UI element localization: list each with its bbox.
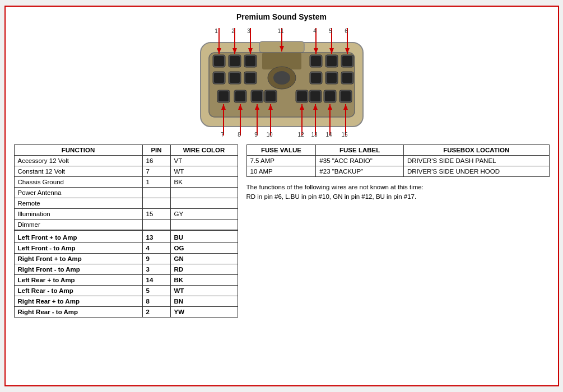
svg-text:11: 11 bbox=[277, 28, 284, 34]
col-color: WIRE COLOR bbox=[170, 145, 238, 156]
svg-text:10: 10 bbox=[266, 132, 273, 138]
cell-color: BU bbox=[170, 230, 238, 243]
cell-fuse-value: 7.5 AMP bbox=[246, 156, 316, 166]
svg-text:1: 1 bbox=[215, 28, 218, 34]
col-fuse-value: FUSE VALUE bbox=[246, 145, 316, 156]
main-container: Premium Sound System bbox=[4, 6, 559, 386]
cell-color: YW bbox=[170, 307, 238, 318]
svg-rect-39 bbox=[297, 91, 307, 101]
cell-function: Power Antenna bbox=[14, 188, 142, 198]
col-fusebox-location: FUSEBOX LOCATION bbox=[403, 145, 549, 156]
svg-rect-17 bbox=[214, 73, 224, 83]
svg-text:15: 15 bbox=[341, 132, 348, 138]
cell-color: WT bbox=[170, 286, 238, 296]
cell-function: Remote bbox=[14, 198, 142, 209]
table-row: Left Rear + to Amp 14 BK bbox=[14, 275, 238, 286]
svg-text:5: 5 bbox=[329, 28, 332, 34]
cell-pin: 7 bbox=[142, 166, 170, 177]
svg-rect-8 bbox=[245, 56, 255, 66]
svg-rect-45 bbox=[341, 91, 351, 101]
svg-rect-4 bbox=[214, 56, 224, 66]
content-area: FUNCTION PIN WIRE COLOR Accessory 12 Vol… bbox=[14, 144, 550, 318]
svg-rect-11 bbox=[311, 56, 321, 66]
svg-rect-37 bbox=[266, 91, 276, 101]
page-title: Premium Sound System bbox=[14, 12, 550, 21]
table-row: Left Front - to Amp 4 OG bbox=[14, 243, 238, 254]
cell-function: Right Front - to Amp bbox=[14, 264, 142, 275]
svg-rect-6 bbox=[230, 56, 240, 66]
svg-rect-27 bbox=[327, 73, 337, 83]
table-row: Chassis Ground 1 BK bbox=[14, 177, 238, 188]
svg-rect-13 bbox=[327, 56, 337, 66]
cell-pin: 8 bbox=[142, 296, 170, 307]
cell-color: GN bbox=[170, 254, 238, 264]
fuse-table-row: 7.5 AMP #35 "ACC RADIO" DRIVER'S SIDE DA… bbox=[246, 156, 549, 166]
svg-rect-35 bbox=[252, 91, 262, 101]
cell-pin: 5 bbox=[142, 286, 170, 296]
cell-pin bbox=[142, 188, 170, 198]
svg-rect-19 bbox=[230, 73, 240, 83]
svg-text:3: 3 bbox=[247, 28, 250, 34]
cell-color: GY bbox=[170, 209, 238, 220]
fuse-header-row: FUSE VALUE FUSE LABEL FUSEBOX LOCATION bbox=[246, 145, 549, 156]
svg-rect-43 bbox=[325, 91, 335, 101]
table-row: Right Rear - to Amp 2 YW bbox=[14, 307, 238, 318]
cell-function: Illumination bbox=[14, 209, 142, 220]
table-row: Power Antenna bbox=[14, 188, 238, 198]
main-wiring-table: FUNCTION PIN WIRE COLOR Accessory 12 Vol… bbox=[14, 144, 238, 318]
svg-text:8: 8 bbox=[238, 132, 241, 138]
svg-rect-33 bbox=[235, 91, 245, 101]
cell-pin bbox=[142, 198, 170, 209]
cell-fusebox-loc: DRIVER'S SIDE DASH PANEL bbox=[403, 156, 549, 166]
cell-color bbox=[170, 188, 238, 198]
cell-function: Right Rear + to Amp bbox=[14, 296, 142, 307]
cell-fuse-value: 10 AMP bbox=[246, 166, 316, 177]
cell-color: BN bbox=[170, 296, 238, 307]
cell-function: Accessory 12 Volt bbox=[14, 156, 142, 166]
cell-pin: 13 bbox=[142, 230, 170, 243]
cell-pin: 3 bbox=[142, 264, 170, 275]
cell-function: Left Front - to Amp bbox=[14, 243, 142, 254]
svg-rect-25 bbox=[311, 73, 321, 83]
cell-function: Chassis Ground bbox=[14, 177, 142, 188]
cell-color: OG bbox=[170, 243, 238, 254]
cell-fuse-label: #23 "BACKUP" bbox=[316, 166, 404, 177]
svg-text:14: 14 bbox=[325, 132, 332, 138]
svg-text:4: 4 bbox=[313, 28, 317, 34]
col-function: FUNCTION bbox=[14, 145, 142, 156]
table-row: Illumination 15 GY bbox=[14, 209, 238, 220]
cell-pin: 9 bbox=[142, 254, 170, 264]
cell-fusebox-loc: DRIVER'S SIDE UNDER HOOD bbox=[403, 166, 549, 177]
cell-pin bbox=[142, 220, 170, 231]
connector-diagram: 1 2 3 11 4 5 6 7 8 9 10 12 13 14 15 bbox=[14, 26, 550, 138]
svg-rect-41 bbox=[310, 91, 320, 101]
cell-color: BK bbox=[170, 275, 238, 286]
svg-rect-21 bbox=[245, 73, 255, 83]
cell-function: Right Front + to Amp bbox=[14, 254, 142, 264]
svg-rect-15 bbox=[342, 56, 352, 66]
cell-pin: 14 bbox=[142, 275, 170, 286]
fuse-table: FUSE VALUE FUSE LABEL FUSEBOX LOCATION 7… bbox=[246, 144, 550, 177]
table-row: Accessory 12 Volt 16 VT bbox=[14, 156, 238, 166]
wiring-table: FUNCTION PIN WIRE COLOR Accessory 12 Vol… bbox=[14, 144, 238, 318]
cell-function: Right Rear - to Amp bbox=[14, 307, 142, 318]
cell-color: BK bbox=[170, 177, 238, 188]
table-row: Dimmer bbox=[14, 220, 238, 231]
cell-color bbox=[170, 220, 238, 231]
note-text: The functions of the following wires are… bbox=[246, 183, 550, 202]
cell-function: Dimmer bbox=[14, 220, 142, 231]
right-area: FUSE VALUE FUSE LABEL FUSEBOX LOCATION 7… bbox=[246, 144, 550, 202]
table-row: Left Rear - to Amp 5 WT bbox=[14, 286, 238, 296]
cell-pin: 4 bbox=[142, 243, 170, 254]
svg-text:7: 7 bbox=[221, 132, 224, 138]
cell-fuse-label: #35 "ACC RADIO" bbox=[316, 156, 404, 166]
svg-rect-31 bbox=[218, 91, 229, 101]
svg-text:12: 12 bbox=[297, 132, 304, 138]
table-row: Remote bbox=[14, 198, 238, 209]
col-pin: PIN bbox=[142, 145, 170, 156]
table-row: Constant 12 Volt 7 WT bbox=[14, 166, 238, 177]
svg-rect-29 bbox=[342, 73, 352, 83]
cell-color: VT bbox=[170, 156, 238, 166]
fuse-table-row: 10 AMP #23 "BACKUP" DRIVER'S SIDE UNDER … bbox=[246, 166, 549, 177]
table-row: Right Rear + to Amp 8 BN bbox=[14, 296, 238, 307]
